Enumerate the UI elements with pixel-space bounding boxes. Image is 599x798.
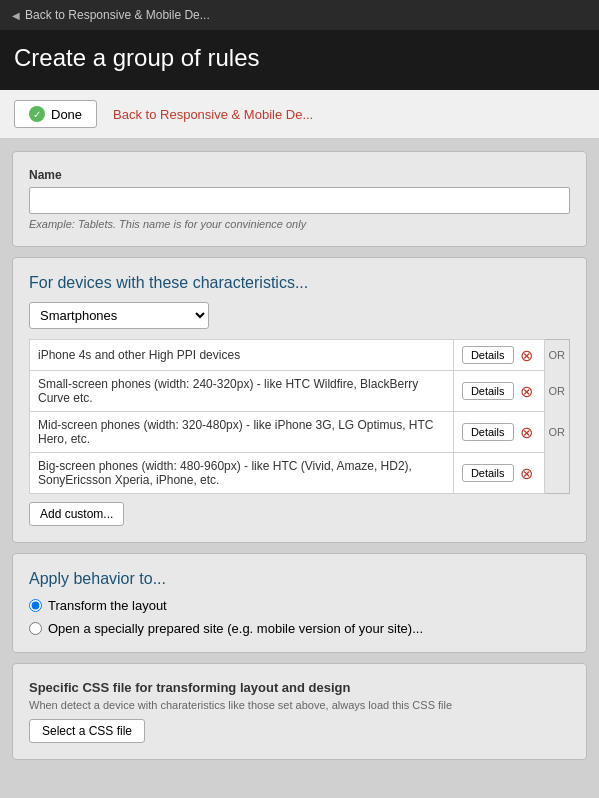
or-label-3: OR (544, 412, 570, 453)
behavior-radio-group: Transform the layout Open a specially pr… (29, 598, 570, 636)
or-label-empty (544, 453, 570, 494)
details-button-1[interactable]: Details (462, 346, 514, 364)
css-section-desc: When detect a device with charateristics… (29, 699, 570, 711)
behavior-option-2[interactable]: Open a specially prepared site (e.g. mob… (29, 621, 570, 636)
top-nav-back-link[interactable]: Back to Responsive & Mobile De... (12, 8, 210, 22)
behavior-option-1[interactable]: Transform the layout (29, 598, 570, 613)
characteristics-panel: For devices with these characteristics..… (12, 257, 587, 543)
rule-actions-2: Details ⊗ (462, 382, 536, 400)
rule-actions-4: Details ⊗ (462, 464, 536, 482)
add-custom-button[interactable]: Add custom... (29, 502, 124, 526)
name-label: Name (29, 168, 570, 182)
name-hint: Example: Tablets. This name is for your … (29, 218, 570, 230)
behavior-panel: Apply behavior to... Transform the layou… (12, 553, 587, 653)
details-button-4[interactable]: Details (462, 464, 514, 482)
behavior-label-transform: Transform the layout (48, 598, 167, 613)
done-label: Done (51, 107, 82, 122)
rule-actions-1: Details ⊗ (462, 346, 536, 364)
or-label-1: OR (544, 340, 570, 371)
check-icon: ✓ (29, 106, 45, 122)
back-link[interactable]: Back to Responsive & Mobile De... (113, 107, 313, 122)
rule-actions-3: Details ⊗ (462, 423, 536, 441)
css-section-title: Specific CSS file for transforming layou… (29, 680, 570, 695)
rule-text-2: Small-screen phones (width: 240-320px) -… (30, 371, 454, 412)
behavior-radio-special[interactable] (29, 622, 42, 635)
details-button-3[interactable]: Details (462, 423, 514, 441)
rule-text-4: Big-screen phones (width: 480-960px) - l… (30, 453, 454, 494)
table-row: iPhone 4s and other High PPI devices Det… (30, 340, 570, 371)
page-title: Create a group of rules (14, 44, 585, 72)
details-button-2[interactable]: Details (462, 382, 514, 400)
top-nav: Back to Responsive & Mobile De... (0, 0, 599, 30)
rule-text-3: Mid-screen phones (width: 320-480px) - l… (30, 412, 454, 453)
remove-icon-1[interactable]: ⊗ (518, 346, 536, 364)
css-file-panel: Specific CSS file for transforming layou… (12, 663, 587, 760)
name-panel: Name Example: Tablets. This name is for … (12, 151, 587, 247)
main-content: Name Example: Tablets. This name is for … (0, 139, 599, 772)
table-row: Big-screen phones (width: 480-960px) - l… (30, 453, 570, 494)
remove-icon-3[interactable]: ⊗ (518, 423, 536, 441)
select-css-button[interactable]: Select a CSS file (29, 719, 145, 743)
action-bar: ✓ Done Back to Responsive & Mobile De... (0, 90, 599, 139)
page-header: Create a group of rules (0, 30, 599, 90)
behavior-radio-transform[interactable] (29, 599, 42, 612)
or-label-2: OR (544, 371, 570, 412)
table-row: Small-screen phones (width: 240-320px) -… (30, 371, 570, 412)
table-row: Mid-screen phones (width: 320-480px) - l… (30, 412, 570, 453)
done-button[interactable]: ✓ Done (14, 100, 97, 128)
device-type-select[interactable]: Smartphones Tablets Desktops All devices (29, 302, 209, 329)
rule-text-1: iPhone 4s and other High PPI devices (30, 340, 454, 371)
name-input[interactable] (29, 187, 570, 214)
remove-icon-2[interactable]: ⊗ (518, 382, 536, 400)
characteristics-title: For devices with these characteristics..… (29, 274, 570, 292)
behavior-title: Apply behavior to... (29, 570, 570, 588)
remove-icon-4[interactable]: ⊗ (518, 464, 536, 482)
rules-table: iPhone 4s and other High PPI devices Det… (29, 339, 570, 494)
behavior-label-special: Open a specially prepared site (e.g. mob… (48, 621, 423, 636)
